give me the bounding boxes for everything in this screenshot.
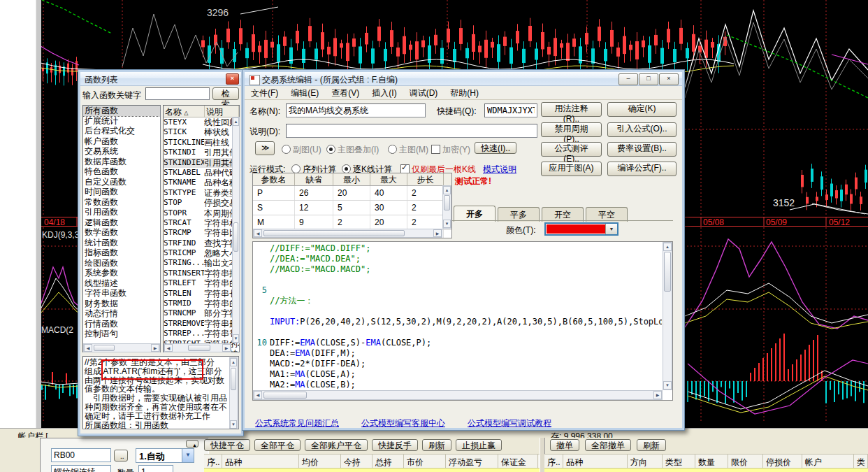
function-row[interactable]: STRICMP忽略大小写比 bbox=[164, 248, 239, 258]
scroll-down-icon[interactable]: ▼ bbox=[230, 420, 237, 429]
scroll-up-icon[interactable]: ▲ bbox=[186, 440, 198, 448]
function-row[interactable]: STRREP...字符串替换 bbox=[164, 329, 239, 338]
orders-column-header[interactable]: 类 bbox=[854, 455, 868, 469]
positions-column-header[interactable]: 市价 bbox=[404, 455, 446, 469]
orders-column-header[interactable]: 方向 bbox=[628, 455, 663, 469]
function-row[interactable]: STICK棒状线 bbox=[164, 127, 239, 137]
function-row[interactable]: STRMID字符串的中部 bbox=[164, 299, 239, 308]
hotkey-input[interactable] bbox=[484, 103, 537, 117]
close-icon[interactable]: × bbox=[659, 73, 679, 85]
category-item[interactable]: 逻辑函数 bbox=[83, 217, 160, 228]
function-row[interactable]: STRCMP字符串比较 bbox=[164, 228, 239, 238]
function-row[interactable]: STKNAME品种名称 bbox=[164, 178, 239, 187]
category-item[interactable]: 统计函数 bbox=[83, 238, 160, 248]
category-item[interactable]: 数据库函数 bbox=[83, 157, 160, 167]
formula-code-editor[interactable]: //DIFF:="MACD.DIFF";//DEA:="MACD.DEA";//… bbox=[252, 241, 673, 401]
scroll-right-icon[interactable]: ▶ bbox=[433, 229, 442, 237]
help-link[interactable]: 公式模型编写调试教程 bbox=[468, 418, 551, 428]
radio-selected-icon[interactable] bbox=[326, 145, 335, 154]
orders-column-header[interactable]: 停损价 bbox=[763, 455, 802, 469]
param-column-header[interactable]: 参数名 bbox=[253, 173, 295, 185]
order-action-button[interactable]: 撤单 bbox=[550, 439, 579, 451]
param-column-header[interactable]: 最小 bbox=[333, 173, 370, 185]
scroll-thumb[interactable] bbox=[231, 368, 236, 390]
orders-column-header[interactable]: 限价 bbox=[728, 455, 763, 469]
orders-selected-row[interactable] bbox=[544, 468, 868, 472]
scroll-right-icon[interactable]: ▶ bbox=[653, 391, 662, 399]
orders-column-header[interactable]: 品种 bbox=[563, 455, 628, 469]
radio-icon[interactable] bbox=[388, 145, 397, 154]
minimize-icon[interactable]: – bbox=[619, 73, 638, 85]
search-input[interactable] bbox=[145, 87, 210, 100]
orders-column-header[interactable]: 数量 bbox=[695, 455, 728, 469]
menu-item[interactable]: 编辑(E) bbox=[284, 86, 325, 99]
order-action-button[interactable]: 刷新 bbox=[637, 439, 666, 451]
maximize-icon[interactable]: □ bbox=[639, 73, 658, 85]
scroll-down-icon[interactable]: ▼ bbox=[233, 334, 239, 343]
category-item[interactable]: 交易系统 bbox=[83, 146, 160, 157]
function-table-hscrollbar[interactable]: ◀▶ bbox=[164, 343, 231, 352]
function-row[interactable]: STEYX线性回归法. bbox=[164, 117, 239, 127]
quick-button[interactable]: 快速(I).. bbox=[475, 142, 516, 154]
param-row[interactable]: P2620402 bbox=[253, 186, 451, 201]
category-item[interactable]: 财务数据 bbox=[83, 299, 160, 309]
desc-column-header[interactable]: 说明 bbox=[205, 106, 239, 117]
evaluate-formula-button[interactable]: 公式测评(E).. bbox=[541, 142, 602, 157]
scroll-left-icon[interactable]: ◀ bbox=[164, 344, 173, 352]
position-action-button[interactable]: 刷新 bbox=[422, 439, 451, 451]
positions-column-header[interactable]: 保证金 bbox=[498, 455, 538, 469]
category-item[interactable]: 引用函数 bbox=[83, 207, 160, 217]
position-action-button[interactable]: 全部账户平仓 bbox=[305, 439, 368, 451]
scroll-down-icon[interactable]: ▼ bbox=[663, 381, 672, 389]
position-action-button[interactable]: 快捷平仓 bbox=[204, 439, 250, 451]
positions-column-header[interactable]: 浮动盈亏 bbox=[446, 455, 498, 469]
positions-column-header[interactable]: 今持 bbox=[341, 455, 372, 469]
category-item[interactable]: 绘图函数 bbox=[83, 258, 160, 269]
function-list-titlebar[interactable]: 函数列表 × bbox=[80, 72, 241, 86]
function-row[interactable]: STRING...输出文本内. bbox=[164, 258, 239, 268]
description-vscrollbar[interactable]: ▲▼ bbox=[229, 357, 238, 429]
scroll-thumb[interactable] bbox=[94, 345, 115, 351]
param-column-header[interactable]: 最大 bbox=[370, 173, 407, 185]
scroll-left-icon[interactable]: ◀ bbox=[254, 391, 262, 399]
positions-column-header[interactable]: 总持 bbox=[372, 455, 404, 469]
function-row[interactable]: STOPR本周期停损交 bbox=[164, 208, 239, 218]
function-row[interactable]: STKINDIEX引用其他公式 bbox=[164, 158, 239, 168]
category-item[interactable]: 后台程式化交 bbox=[83, 126, 160, 136]
tab-开空[interactable]: 开空 bbox=[542, 207, 584, 222]
orders-column-header[interactable]: 类型 bbox=[663, 455, 695, 469]
code-text[interactable]: //DIFF:="MACD.DIFF";//DEA:="MACD.DEA";//… bbox=[253, 243, 662, 389]
scroll-thumb[interactable] bbox=[263, 230, 405, 236]
scroll-up-icon[interactable]: ▲ bbox=[443, 186, 451, 194]
category-item[interactable]: 时间函数 bbox=[83, 187, 160, 197]
disable-period-button[interactable]: 禁用周期(P).. bbox=[541, 122, 602, 137]
parameter-hscrollbar[interactable]: ◀▶ bbox=[253, 229, 442, 238]
position-action-button[interactable]: 全部平仓 bbox=[254, 439, 301, 451]
function-table-vscrollbar[interactable]: ▲▼ bbox=[232, 117, 240, 343]
tab-开多[interactable]: 开多 bbox=[454, 206, 496, 222]
tab-平空[interactable]: 平空 bbox=[586, 207, 628, 222]
contract-browse-button[interactable]: .. bbox=[114, 450, 128, 462]
scroll-up-icon[interactable]: ▲ bbox=[233, 117, 239, 126]
checkbox-icon[interactable] bbox=[431, 145, 440, 154]
menu-item[interactable]: 调试(D) bbox=[403, 86, 444, 99]
import-formula-button[interactable]: 引入公式(O).. bbox=[607, 122, 677, 137]
category-item[interactable]: 所有函数 bbox=[83, 106, 160, 116]
chevron-down-icon[interactable]: ▼ bbox=[182, 449, 194, 462]
function-row[interactable]: STRREMOVE字符串删除 bbox=[164, 319, 239, 329]
position-action-button[interactable]: 快捷反手 bbox=[372, 439, 418, 451]
order-mode-select[interactable]: 1.自动 ▼ bbox=[136, 448, 194, 463]
scroll-thumb[interactable] bbox=[664, 252, 671, 292]
position-action-button[interactable]: 止损止赢 bbox=[456, 439, 502, 451]
orders-column-header[interactable]: 序.. bbox=[544, 455, 563, 469]
category-item[interactable]: 扩展统计 bbox=[83, 116, 160, 127]
function-row[interactable]: STKTYPE证券类型 bbox=[164, 188, 239, 198]
formula-name-input[interactable] bbox=[286, 103, 426, 117]
category-item[interactable]: 系统参数 bbox=[83, 268, 160, 278]
scroll-thumb[interactable] bbox=[188, 345, 210, 351]
editor-titlebar[interactable]: 交易系统编辑 - (所属公式组 : F.自编) – □ × bbox=[245, 72, 682, 86]
code-vscrollbar[interactable]: ▲▼ bbox=[663, 242, 672, 390]
color-select[interactable]: ▼ bbox=[544, 222, 619, 236]
function-row[interactable]: STICKLINE画柱线 bbox=[164, 138, 239, 148]
apply-to-chart-button[interactable]: 应用于图(A) bbox=[541, 162, 602, 176]
